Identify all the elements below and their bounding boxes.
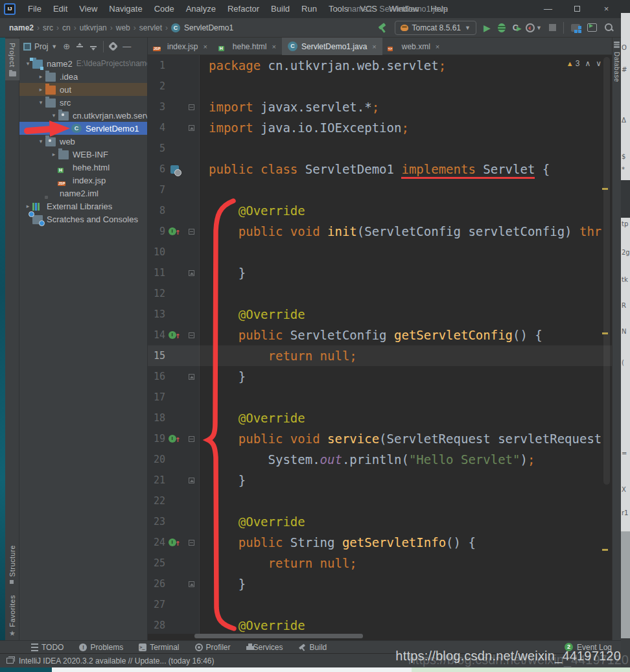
code-line-14[interactable]: 14I↑ public ServletConfig getServletConf…	[148, 325, 612, 345]
tool-window-button-build[interactable]: Build	[299, 643, 327, 652]
code-line-17[interactable]: 17	[148, 387, 612, 408]
project-view-selector[interactable]: Proj ▼	[23, 42, 57, 51]
code-line-23[interactable]: 23 @Override	[148, 511, 612, 532]
editor-tab-index-jsp[interactable]: JSPindex.jsp×	[148, 38, 213, 55]
tree-row-cn-utkvrjan-web-servlet[interactable]: ▾cn.utkvrjan.web.servlet	[19, 109, 147, 122]
fold-marker[interactable]	[189, 374, 194, 380]
menu-item-run[interactable]: Run	[296, 0, 323, 18]
chevron-right-icon[interactable]: ▸	[36, 86, 45, 93]
project-structure-button[interactable]	[571, 24, 580, 32]
breadcrumb-item-web[interactable]: web	[115, 23, 132, 32]
tree-row-web[interactable]: ▾web	[19, 135, 147, 148]
debug-button[interactable]	[498, 23, 506, 32]
code-line-27[interactable]: 27	[148, 594, 612, 615]
implemented-class-icon[interactable]	[170, 165, 179, 174]
status-message[interactable]: IntelliJ IDEA 2020.3.2 available // Upda…	[19, 656, 215, 666]
search-everywhere-button[interactable]	[604, 23, 614, 33]
tool-window-button-services[interactable]: Services	[246, 643, 283, 652]
restore-windows-icon[interactable]	[6, 658, 14, 664]
tool-window-button-todo[interactable]: TODO	[31, 643, 64, 652]
menu-item-refactor[interactable]: Refactor	[222, 0, 265, 18]
code-line-18[interactable]: 18 @Override	[148, 408, 612, 428]
menu-item-navigate[interactable]: Navigate	[103, 0, 148, 18]
expand-all-button[interactable]	[76, 43, 84, 51]
close-tab-icon[interactable]: ×	[436, 43, 439, 51]
editor-tab-hehe-html[interactable]: Hhehe.html×	[213, 38, 282, 55]
code-line-10[interactable]: 10	[148, 242, 612, 262]
tree-row-src[interactable]: ▾src	[19, 96, 147, 109]
fold-marker[interactable]	[189, 229, 194, 235]
tree-row-external-libraries[interactable]: ▸External Libraries	[19, 200, 147, 213]
code-line-3[interactable]: 3import javax.servlet.*;	[148, 97, 612, 117]
chevron-right-icon[interactable]: ▸	[23, 203, 32, 209]
fold-marker[interactable]	[189, 478, 194, 483]
chevron-right-icon[interactable]: ▸	[36, 73, 45, 80]
chevron-right-icon[interactable]: ▸	[49, 151, 58, 157]
menu-item-build[interactable]: Build	[265, 0, 296, 18]
warning-stripe-mark[interactable]	[602, 549, 608, 551]
chevron-down-icon[interactable]: ▾	[49, 112, 58, 119]
tree-row--idea[interactable]: ▸.idea	[19, 70, 147, 83]
breadcrumb-item-name2[interactable]: name2	[8, 23, 35, 32]
menu-item-edit[interactable]: Edit	[47, 0, 73, 18]
stop-button[interactable]	[549, 24, 556, 31]
code-line-12[interactable]: 12	[148, 283, 612, 304]
tool-button-database[interactable]: Database	[613, 52, 620, 82]
fold-marker[interactable]	[189, 540, 194, 546]
code-line-26[interactable]: 26 }	[148, 574, 612, 594]
tool-button-favorites[interactable]: Favorites ★	[8, 595, 16, 638]
close-tab-icon[interactable]: ×	[372, 43, 376, 51]
breadcrumb-item-src[interactable]: src	[41, 23, 54, 32]
tree-row-hehe-html[interactable]: Hhehe.html	[19, 161, 147, 174]
code-line-21[interactable]: 21 }	[148, 470, 612, 491]
code-line-19[interactable]: 19I↑ public void service(ServletRequest …	[148, 428, 612, 449]
coverage-button[interactable]: C▶	[513, 23, 519, 33]
breadcrumb-current[interactable]: ServletDemo1	[183, 23, 235, 32]
tool-button-structure[interactable]: Structure	[8, 545, 16, 586]
tree-row-servletdemo1[interactable]: CServletDemo1	[19, 122, 147, 135]
breadcrumb-item-utkvrjan[interactable]: utkvrjan	[78, 23, 108, 32]
tree-row-index-jsp[interactable]: JSPindex.jsp	[19, 174, 147, 187]
tool-button-project[interactable]: Project	[5, 39, 19, 80]
code-line-7[interactable]: 7	[148, 180, 612, 200]
chevron-down-icon[interactable]: ▾	[36, 99, 45, 106]
menu-item-analyze[interactable]: Analyze	[180, 0, 222, 18]
code-line-13[interactable]: 13 @Override	[148, 304, 612, 325]
code-line-22[interactable]: 22	[148, 491, 612, 511]
tree-row-web-inf[interactable]: ▸WEB-INF	[19, 148, 147, 161]
inspection-widget[interactable]: ▲ 3 ∧ ∨	[566, 59, 601, 68]
code-line-1[interactable]: 1package cn.utkvrjan.web.servlet;	[148, 55, 612, 76]
code-line-2[interactable]: 2	[148, 76, 612, 97]
code-line-11[interactable]: 11 }	[148, 262, 612, 283]
menu-item-code[interactable]: Code	[148, 0, 180, 18]
editor-tab-web-xml[interactable]: <>web.xml×	[382, 38, 445, 55]
breadcrumb-item-cn[interactable]: cn	[61, 23, 72, 32]
collapse-all-button[interactable]	[89, 43, 97, 51]
code-line-5[interactable]: 5	[148, 138, 612, 159]
warning-stripe-mark[interactable]	[602, 332, 608, 334]
code-line-28[interactable]: 28 @Override	[148, 615, 612, 636]
code-line-4[interactable]: 4import java.io.IOException;	[148, 117, 612, 138]
tree-row-scratches-and-consoles[interactable]: Scratches and Consoles	[19, 213, 147, 226]
tree-row-name2[interactable]: ▾name2E:\IdeaProjects\name2	[19, 57, 147, 70]
minimize-button[interactable]: —	[533, 0, 563, 18]
code-line-16[interactable]: 16 }	[148, 366, 612, 387]
gear-icon[interactable]	[110, 43, 117, 50]
warning-stripe-mark[interactable]	[602, 188, 608, 190]
code-line-6[interactable]: 6public class ServletDemo1 implements Se…	[148, 159, 612, 180]
chevron-down-icon[interactable]: ▾	[36, 138, 45, 145]
run-config-selector[interactable]: Tomcat 8.5.61 ▼	[395, 21, 476, 35]
profiler-button[interactable]: ▼	[526, 23, 542, 32]
vertical-scrollbar[interactable]	[603, 57, 610, 485]
chevron-down-icon[interactable]: ▾	[23, 60, 32, 67]
fold-marker[interactable]	[189, 436, 194, 442]
code-line-25[interactable]: 25 return null;	[148, 553, 612, 574]
run-anything-button[interactable]	[587, 23, 597, 32]
tool-window-button-problems[interactable]: Problems	[79, 643, 123, 652]
breadcrumb-item-servlet[interactable]: servlet	[138, 23, 163, 32]
code-line-24[interactable]: 24I↑ public String getServletInfo() {	[148, 532, 612, 553]
next-warning-button[interactable]: ∨	[596, 59, 601, 68]
fold-marker[interactable]	[189, 104, 194, 110]
run-button[interactable]: ▶	[484, 23, 491, 33]
code-line-9[interactable]: 9I↑ public void init(ServletConfig servl…	[148, 221, 612, 242]
